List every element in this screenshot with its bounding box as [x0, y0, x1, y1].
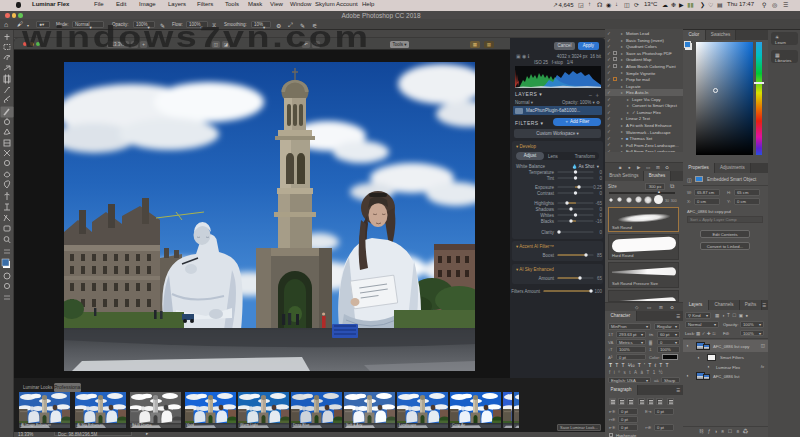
svg-text:Boost: Boost: [542, 253, 554, 258]
svg-text:0: 0: [599, 176, 602, 181]
svg-text:0: 0: [599, 213, 602, 218]
svg-text:Temperature: Temperature: [529, 170, 555, 175]
svg-text:Amount: Amount: [538, 276, 554, 281]
svg-text:Contrast: Contrast: [537, 191, 555, 196]
svg-text:0.25: 0.25: [593, 185, 602, 190]
svg-text:-65: -65: [595, 201, 602, 206]
svg-text:Exposure: Exposure: [535, 185, 555, 190]
svg-text:-16: -16: [595, 219, 602, 224]
svg-text:65: 65: [597, 276, 603, 281]
svg-text:0: 0: [599, 230, 602, 235]
svg-text:0: 0: [599, 191, 602, 196]
svg-text:Clarity: Clarity: [541, 230, 555, 235]
svg-text:0: 0: [599, 207, 602, 212]
svg-text:85: 85: [597, 253, 603, 258]
svg-text:100: 100: [594, 289, 602, 294]
svg-text:Blacks: Blacks: [541, 219, 555, 224]
svg-text:0: 0: [599, 170, 602, 175]
svg-text:Shadows: Shadows: [535, 207, 554, 212]
svg-text:Whites: Whites: [540, 213, 555, 218]
svg-text:Tint: Tint: [547, 176, 555, 181]
svg-text:Filters Amount: Filters Amount: [511, 289, 541, 294]
svg-text:Highlights: Highlights: [534, 201, 555, 206]
